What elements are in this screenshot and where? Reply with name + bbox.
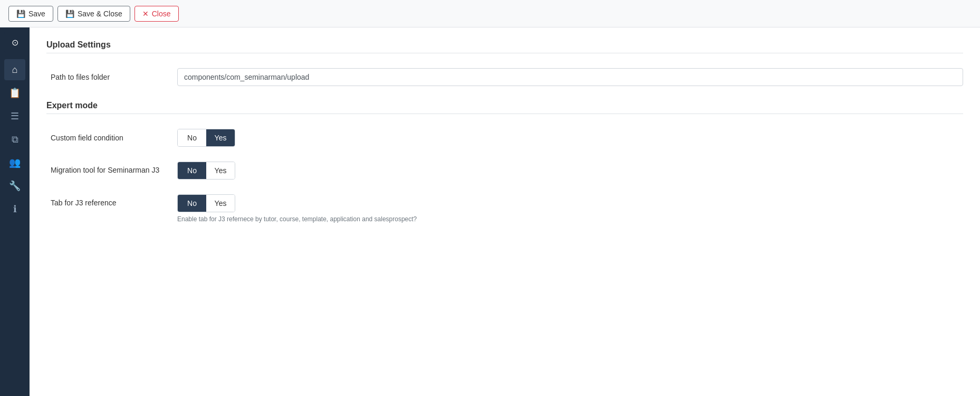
migration-tool-yes-btn[interactable]: Yes (206, 162, 235, 179)
migration-tool-no-btn[interactable]: No (178, 162, 206, 179)
close-button[interactable]: ✕ Close (134, 6, 179, 22)
tab-j3-label-text: Tab for J3 reference (51, 199, 117, 207)
content-panel: Upload Settings Path to files folder Exp… (30, 27, 980, 396)
custom-field-label-text: Custom field condition (51, 134, 123, 142)
toggle-icon: ⊙ (12, 37, 18, 48)
sidebar-toggle[interactable]: ⊙ (4, 32, 25, 53)
save-close-icon: 💾 (65, 10, 74, 18)
close-label: Close (152, 10, 171, 18)
custom-field-yes-btn[interactable]: Yes (206, 129, 235, 146)
tab-j3-yes-btn[interactable]: Yes (206, 195, 235, 212)
toolbar: 💾 Save 💾 Save & Close ✕ Close (0, 0, 980, 27)
main-content: Upload Settings Path to files folder Exp… (30, 27, 980, 396)
path-label: Path to files folder (51, 73, 177, 81)
expert-mode-section: Expert mode Custom field condition No Ye… (46, 101, 963, 223)
migration-tool-toggle-container: No Yes (177, 162, 963, 180)
users-icon: 👥 (9, 157, 21, 168)
path-field (177, 68, 963, 86)
upload-settings-section: Upload Settings Path to files folder (46, 40, 963, 86)
sidebar-item-users[interactable]: 👥 (4, 152, 25, 173)
upload-settings-divider (46, 53, 963, 53)
migration-tool-label-text: Migration tool for Seminarman J3 (51, 166, 159, 174)
layout: ⊙ ⌂ 📋 ☰ ⧉ 👥 🔧 ℹ Upload Settings (0, 27, 980, 396)
custom-field-no-btn[interactable]: No (178, 129, 206, 146)
sidebar-item-puzzle[interactable]: ⧉ (4, 129, 25, 150)
tab-j3-help-text: Enable tab for J3 refernece by tutor, co… (177, 215, 963, 223)
sidebar: ⊙ ⌂ 📋 ☰ ⧉ 👥 🔧 ℹ (0, 27, 30, 396)
save-close-label: Save & Close (78, 10, 122, 18)
sidebar-item-list[interactable]: ☰ (4, 106, 25, 127)
document-icon: 📋 (9, 87, 21, 99)
expert-mode-title: Expert mode (46, 101, 963, 110)
save-icon: 💾 (16, 10, 25, 18)
info-icon: ℹ (13, 203, 17, 215)
path-input[interactable] (177, 68, 963, 86)
custom-field-toggle-group: No Yes (177, 129, 235, 147)
tab-j3-toggle-group: No Yes (177, 194, 235, 212)
custom-field-condition-row: Custom field condition No Yes (46, 129, 963, 147)
custom-field-toggle-container: No Yes (177, 129, 963, 147)
migration-tool-label: Migration tool for Seminarman J3 (51, 162, 177, 174)
path-to-files-row: Path to files folder (46, 68, 963, 86)
migration-tool-row: Migration tool for Seminarman J3 No Yes (46, 162, 963, 180)
tab-j3-no-btn[interactable]: No (178, 195, 206, 212)
custom-field-label: Custom field condition (51, 134, 177, 142)
save-button[interactable]: 💾 Save (8, 6, 53, 22)
upload-settings-title: Upload Settings (46, 40, 963, 50)
tab-j3-toggle-container: No Yes Enable tab for J3 refernece by tu… (177, 194, 963, 223)
list-icon: ☰ (11, 110, 19, 122)
sidebar-item-tools[interactable]: 🔧 (4, 175, 25, 196)
tools-icon: 🔧 (9, 180, 21, 192)
puzzle-icon: ⧉ (12, 134, 18, 145)
sidebar-item-info[interactable]: ℹ (4, 199, 25, 220)
save-close-button[interactable]: 💾 Save & Close (57, 6, 130, 22)
migration-tool-toggle-group: No Yes (177, 162, 235, 180)
tab-j3-label: Tab for J3 reference (51, 194, 177, 207)
close-icon: ✕ (142, 10, 149, 18)
tab-j3-reference-row: Tab for J3 reference No Yes Enable tab f… (46, 194, 963, 223)
sidebar-item-home[interactable]: ⌂ (4, 59, 25, 80)
home-icon: ⌂ (12, 64, 18, 76)
save-label: Save (28, 10, 45, 18)
expert-mode-divider (46, 114, 963, 114)
sidebar-item-document[interactable]: 📋 (4, 82, 25, 103)
